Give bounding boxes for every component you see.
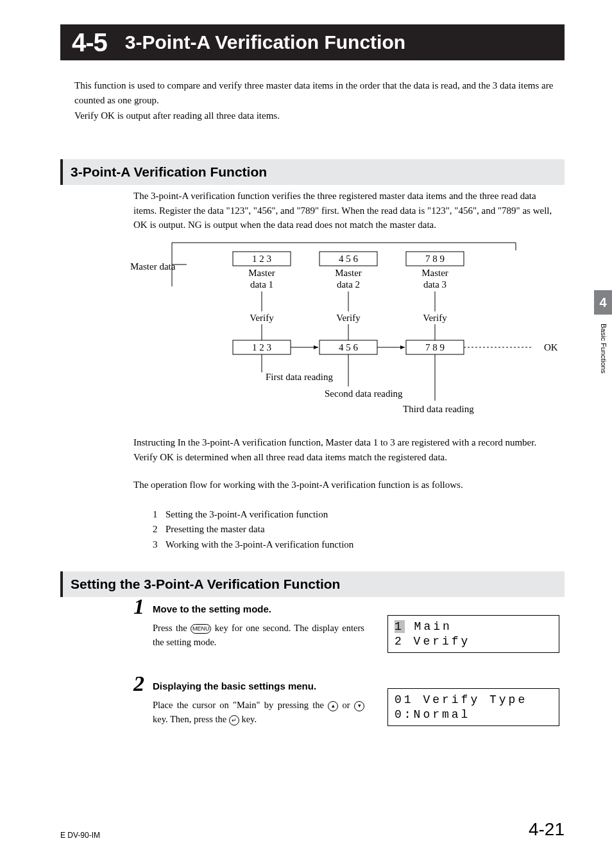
- box-master3: 7 8 9 Master data 3: [406, 252, 464, 290]
- step-title: Move to the setting mode.: [153, 602, 364, 614]
- label-first-reading: First data reading: [266, 372, 333, 382]
- label-master-data: Master data: [130, 261, 176, 272]
- up-key-icon: ▴: [328, 701, 338, 711]
- list-item: Working with the 3-point-A verification …: [166, 537, 353, 552]
- svg-text:7   8   9: 7 8 9: [425, 342, 445, 352]
- intro-line2: Verify OK is output after reading all th…: [74, 108, 565, 123]
- operation-flow-list: 1Setting the 3-point-A verification func…: [153, 507, 353, 552]
- subheading-2: Setting the 3-Point-A Verification Funct…: [60, 571, 565, 597]
- step-body: Press the MENU key for one second. The d…: [153, 621, 364, 650]
- svg-text:1   2   3: 1 2 3: [252, 342, 271, 352]
- chapter-tab-label: Basic Functions: [600, 324, 608, 374]
- lcd-display-2: 01 Verify Type 0:Normal: [387, 688, 559, 726]
- svg-text:Master: Master: [421, 268, 448, 278]
- step-2: 2 Displaying the basic settings menu. Pl…: [133, 679, 364, 727]
- label-third-reading: Third data reading: [403, 404, 474, 414]
- label-second-reading: Second data reading: [325, 388, 403, 399]
- subheading-1: 3-Point-A Verification Function: [60, 159, 565, 185]
- svg-text:7   8   9: 7 8 9: [425, 254, 445, 264]
- svg-text:4   5   6: 4 5 6: [339, 342, 359, 352]
- svg-text:data 2: data 2: [337, 279, 360, 290]
- down-key-icon: ▾: [354, 701, 364, 711]
- svg-text:data 1: data 1: [250, 279, 273, 290]
- enter-key-icon: ↵: [229, 715, 239, 725]
- list-item: Presetting the master data: [166, 522, 265, 537]
- document-id: E DV-90-IM: [60, 831, 100, 840]
- label-verify2: Verify: [336, 313, 361, 323]
- menu-key-icon: MENU: [191, 624, 212, 634]
- intro-line1: This function is used to compare and ver…: [74, 78, 565, 108]
- step-title: Displaying the basic settings menu.: [153, 679, 364, 691]
- lcd-display-1: 1 Main 2 Verify: [387, 615, 559, 653]
- step-number: 2: [133, 672, 144, 696]
- body-text-c: The operation flow for working with the …: [133, 478, 554, 492]
- label-verify1: Verify: [250, 313, 274, 323]
- body-text-a: The 3-point-A verification function veri…: [133, 189, 554, 232]
- lcd-cursor: 1: [395, 620, 405, 633]
- box-master2: 4 5 6 Master data 2: [319, 252, 377, 290]
- label-ok: OK: [544, 342, 558, 352]
- body-text-b: Instructing In the 3-point-A verificatio…: [133, 435, 554, 464]
- svg-text:1   2   3: 1 2 3: [252, 254, 271, 264]
- step-number: 1: [133, 595, 144, 619]
- page-number: 4-21: [529, 819, 565, 840]
- chapter-header: 4-5 3-Point-A Verification Function: [60, 24, 565, 60]
- box-master1: 1 2 3 Master data 1: [233, 252, 291, 290]
- label-verify3: Verify: [423, 313, 447, 323]
- chapter-tab: 4: [594, 290, 612, 315]
- svg-text:data 3: data 3: [423, 279, 446, 290]
- intro-paragraph: This function is used to compare and ver…: [74, 78, 565, 123]
- list-item: Setting the 3-point-A verification funct…: [166, 507, 328, 522]
- section-number: 4-5: [60, 28, 119, 57]
- verification-diagram: Master data 1 2 3 Master data 1 4 5 6 Ma…: [133, 238, 557, 426]
- page-footer: E DV-90-IM 4-21: [60, 819, 565, 840]
- section-title: 3-Point-A Verification Function: [119, 31, 405, 53]
- svg-text:Master: Master: [335, 268, 362, 278]
- svg-text:Master: Master: [248, 268, 275, 278]
- step-body: Place the cursor on "Main" by pressing t…: [153, 698, 364, 727]
- svg-text:4   5   6: 4 5 6: [339, 254, 359, 264]
- step-1: 1 Move to the setting mode. Press the ME…: [133, 602, 364, 650]
